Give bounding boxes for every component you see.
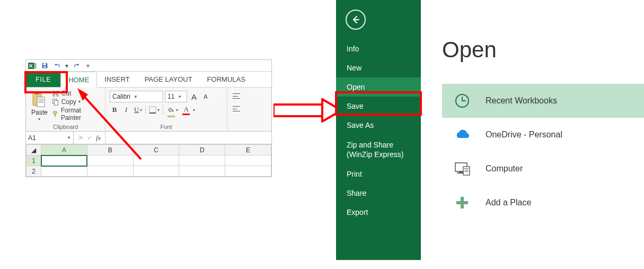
place-add[interactable]: Add a Place [442,186,644,220]
select-all-corner[interactable]: ◢ [27,145,41,155]
tab-insert[interactable]: INSERT [97,72,137,87]
qat-customize-caret-icon[interactable]: ▾ [86,63,90,69]
nav-save[interactable]: Save [336,97,421,116]
fx-icon[interactable]: fx [96,134,101,142]
nav-zip-share[interactable]: Zip and Share (WinZip Express) [336,135,421,164]
copy-caret-icon[interactable]: ▾ [78,100,81,104]
align-top-button[interactable] [232,91,242,101]
arrow-left-icon [350,14,361,25]
cell[interactable] [179,155,225,166]
fill-color-button[interactable]: ▾ [165,105,179,115]
place-add-label: Add a Place [486,198,531,207]
cut-button[interactable]: Cut [52,90,101,97]
cell-a1[interactable] [41,155,87,166]
tab-page-layout[interactable]: PAGE LAYOUT [137,72,200,87]
tab-home[interactable]: HOME [60,72,97,88]
name-box[interactable]: A1 ▼ [26,132,74,144]
alignment-group-label [232,123,242,130]
row-header[interactable]: 2 [27,166,41,177]
qat-undo-icon[interactable] [52,60,62,71]
back-button[interactable] [346,10,366,30]
shrink-font-button[interactable]: A [201,91,210,102]
font-color-letter: A [184,105,189,114]
nav-export[interactable]: Export [336,203,421,222]
copy-icon [52,98,59,106]
svg-rect-18 [149,107,156,113]
excel-app-icon [28,62,37,70]
enter-formula-icon[interactable]: ✓ [87,134,93,142]
place-recent[interactable]: Recent Workbooks [442,84,644,118]
plus-icon [453,193,472,212]
nav-info[interactable]: Info [336,39,421,58]
bold-button[interactable]: B [110,105,119,115]
column-header[interactable]: D [179,145,225,155]
svg-rect-33 [464,171,469,172]
cancel-formula-icon[interactable]: ✕ [78,134,84,142]
nav-print[interactable]: Print [336,164,421,184]
formula-bar: A1 ▼ ✕ ✓ fx [26,132,271,144]
row-header[interactable]: 1 [27,155,41,166]
computer-icon [453,159,472,178]
borders-button[interactable]: ▾ [148,105,161,115]
paste-caret-icon[interactable]: ▾ [38,117,40,122]
chevron-down-icon: ▾ [157,108,160,112]
nav-new[interactable]: New [336,58,421,77]
cell[interactable] [179,166,225,177]
place-computer[interactable]: Computer [442,152,644,186]
column-header[interactable]: A [41,145,87,155]
nav-share[interactable]: Share [336,184,421,203]
font-size-value: 11 [167,93,174,100]
cell[interactable] [225,166,271,177]
formula-input[interactable] [105,132,271,144]
svg-rect-17 [55,114,56,117]
paste-label: Paste [31,109,48,116]
cell[interactable] [225,155,271,166]
paste-button[interactable]: Paste ▾ [30,90,49,123]
scissors-icon [52,90,59,97]
cell[interactable] [133,155,179,166]
font-size-combo[interactable]: 11 ▼ [165,91,187,102]
svg-point-20 [172,110,174,112]
qat-redo-icon[interactable] [72,60,81,71]
cell[interactable] [87,166,133,177]
italic-button[interactable]: I [121,105,131,115]
place-onedrive-label: OneDrive - Personal [486,130,562,140]
svg-rect-32 [464,170,469,170]
ribbon: Paste ▾ Cut Copy ▾ Format Pain [26,88,271,132]
paste-icon [32,91,47,108]
svg-rect-2 [34,65,36,66]
group-font: Calibri ▼ 11 ▼ A A B I U▾ [105,88,227,131]
annotation-arrow [274,98,342,123]
font-name-combo[interactable]: Calibri ▼ [110,91,163,102]
group-alignment [227,88,246,131]
place-onedrive[interactable]: OneDrive - Personal [442,118,644,152]
underline-button[interactable]: U▾ [133,105,143,115]
font-color-button[interactable]: A [181,105,191,115]
cell[interactable] [41,166,87,177]
grow-font-button[interactable]: A [189,91,199,102]
qat-save-icon[interactable] [40,60,49,71]
chevron-down-icon[interactable]: ▾ [193,108,195,112]
cell[interactable] [87,155,133,166]
format-painter-button[interactable]: Format Painter [52,107,101,122]
excel-window: ▾ ▾ FILE HOME INSERT PAGE LAYOUT FORMULA… [25,59,272,177]
svg-rect-7 [35,91,39,94]
chevron-down-icon: ▼ [134,94,138,99]
copy-button[interactable]: Copy ▾ [52,98,101,106]
align-left-button[interactable] [232,103,242,114]
nav-open[interactable]: Open [336,77,421,97]
svg-rect-3 [34,67,36,68]
cell[interactable] [133,166,179,177]
worksheet-grid[interactable]: ◢ A B C D E 1 2 [26,144,271,177]
column-header[interactable]: C [133,145,179,155]
svg-point-13 [56,94,58,97]
qat-undo-caret-icon[interactable]: ▾ [65,63,68,69]
open-places-list: Recent Workbooks OneDrive - Personal Com… [442,84,644,220]
svg-rect-4 [43,63,46,65]
column-header[interactable]: E [225,145,271,155]
nav-save-as[interactable]: Save As [336,116,421,135]
tab-formulas[interactable]: FORMULAS [200,72,253,87]
tab-file[interactable]: FILE [26,72,60,87]
chevron-down-icon: ▾ [176,108,178,112]
column-header[interactable]: B [87,145,133,155]
